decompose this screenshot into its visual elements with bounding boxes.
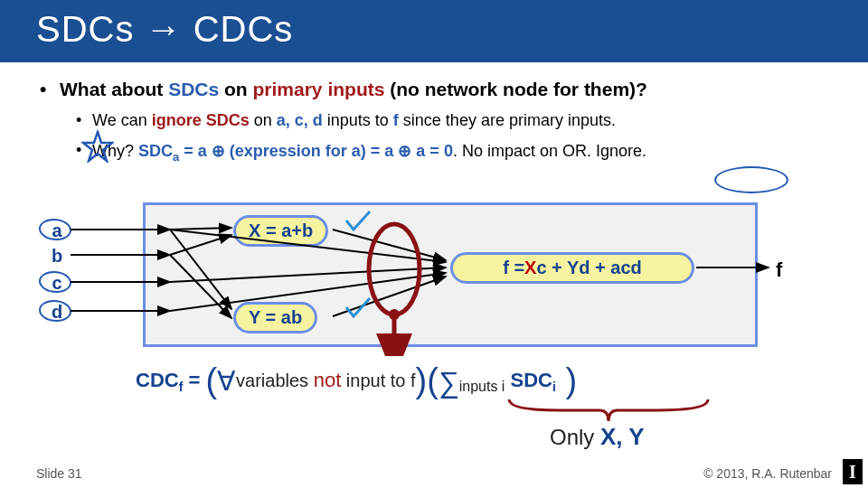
- only-xy-label: Only X, Y: [550, 423, 645, 451]
- content-area: What about SDCs on primary inputs (no ne…: [0, 62, 868, 164]
- ignore-annotation-circle: [714, 166, 788, 193]
- star-annotation: [81, 130, 114, 163]
- output-f-label: f: [776, 258, 782, 282]
- network-diagram: a b c d X = a+b Y = ab f =Xc + Yd + acd …: [34, 202, 830, 356]
- brace-annotation: [505, 398, 712, 425]
- bullet-sub-1: We can ignore SDCs on a, c, d inputs to …: [92, 111, 828, 130]
- circle-d: [39, 300, 71, 322]
- cdc-formula: CDCf = (∀variables not input to f)(∑inpu…: [136, 361, 577, 400]
- ignore-text: Ignore.: [596, 142, 646, 160]
- circle-a: [39, 219, 71, 240]
- slide-title: SDCs → CDCs: [0, 0, 868, 62]
- node-f: f =Xc + Yd + acd: [450, 252, 694, 284]
- illinois-logo-icon: I: [843, 459, 863, 484]
- node-x: X = a+b: [233, 215, 328, 247]
- title-arrow: →: [146, 9, 183, 49]
- title-pre: SDCs: [36, 9, 146, 49]
- copyright: © 2013, R.A. Rutenbar: [703, 466, 832, 481]
- slide-number: Slide 31: [36, 466, 82, 481]
- circle-c: [39, 271, 71, 293]
- input-b-label: b: [43, 246, 71, 267]
- sdcs-text: SDCs: [168, 79, 219, 99]
- node-y: Y = ab: [233, 302, 317, 333]
- bullet-main: What about SDCs on primary inputs (no ne…: [60, 79, 828, 100]
- bullet-sub-2: Why? SDCa = a ⊕ (expression for a) = a ⊕…: [92, 141, 828, 164]
- primary-inputs-text: primary inputs: [253, 79, 385, 99]
- title-post: CDCs: [183, 9, 294, 49]
